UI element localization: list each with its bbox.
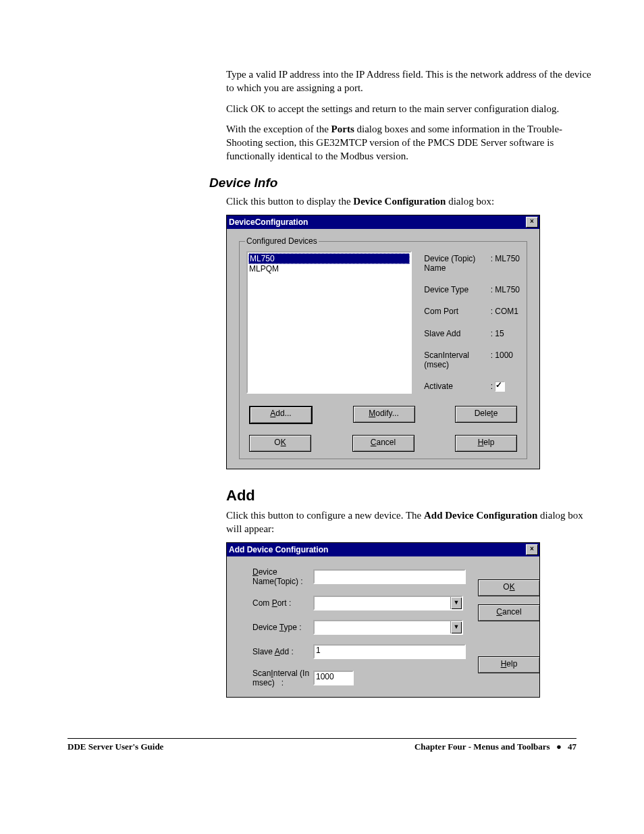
field-value: ML750 <box>495 285 520 296</box>
delete-button[interactable]: Delete <box>455 406 517 423</box>
paragraph: Click OK to accept the settings and retu… <box>68 102 595 115</box>
text: dialog box: <box>446 196 494 207</box>
cancel-button[interactable]: Cancel <box>478 604 540 621</box>
add-device-configuration-dialog: Add Device Configuration × DeviceName(To… <box>226 542 540 698</box>
activate-checkbox[interactable] <box>495 382 505 392</box>
close-icon[interactable]: × <box>526 544 538 555</box>
list-item[interactable]: MLPQM <box>248 264 410 273</box>
dialog-titlebar: DeviceConfiguration × <box>227 215 539 229</box>
separator: : <box>488 329 495 340</box>
ok-button[interactable]: OK <box>478 579 540 596</box>
field-label: Com Port <box>424 307 488 317</box>
text-bold: Add Device Configuration <box>424 510 537 521</box>
scan-interval-label: ScanInterval (Inmsec) : <box>252 669 313 687</box>
footer-chapter: Chapter Four - Menus and Toolbars <box>414 741 550 752</box>
modify-button[interactable]: Modify... <box>353 406 415 423</box>
text-bold: Ports <box>331 124 354 134</box>
text: With the exception of the <box>226 124 331 134</box>
field-value: 15 <box>495 329 520 340</box>
footer-left: DDE Server User's Guide <box>68 741 163 752</box>
paragraph: With the exception of the Ports dialog b… <box>68 122 595 163</box>
device-name-label: DeviceName(Topic) : <box>252 567 313 586</box>
dialog-titlebar: Add Device Configuration × <box>227 543 539 556</box>
field-value: ML750 <box>495 254 520 274</box>
section-heading-add: Add <box>226 487 595 504</box>
field-value: COM1 <box>495 307 520 317</box>
combo-value <box>315 621 450 633</box>
footer-right: Chapter Four - Menus and Toolbars ● 47 <box>414 741 576 752</box>
field-label: ScanInterval (msec) <box>424 350 488 371</box>
text: Click this button to configure a new dev… <box>226 510 424 521</box>
footer-dot: ● <box>552 741 566 752</box>
groupbox-label: Configured Devices <box>245 236 319 246</box>
separator: : <box>488 307 495 317</box>
device-listbox[interactable]: ML750 MLPQM <box>246 251 412 394</box>
separator: : <box>488 382 495 394</box>
text: Click this button to display the <box>226 196 353 207</box>
separator: : <box>488 350 495 371</box>
separator: : <box>488 254 495 274</box>
cancel-button[interactable]: Cancel <box>352 435 414 452</box>
device-type-select[interactable]: ▼ <box>313 620 463 635</box>
separator: : <box>488 285 495 296</box>
field-value: 1000 <box>495 350 520 371</box>
combo-value <box>315 597 450 609</box>
slave-add-label: Slave Add : <box>252 647 313 656</box>
paragraph: Click this button to display the Device … <box>68 194 595 208</box>
device-name-input[interactable] <box>313 569 466 584</box>
dialog-title: Add Device Configuration <box>229 545 328 554</box>
dialog-title: DeviceConfiguration <box>229 217 308 227</box>
help-button[interactable]: Help <box>455 435 517 452</box>
footer-page-number: 47 <box>568 741 576 752</box>
field-label: Slave Add <box>424 329 488 340</box>
field-label: Device Type <box>424 285 488 296</box>
section-heading-device-info: Device Info <box>209 176 595 190</box>
paragraph: Click this button to configure a new dev… <box>68 509 595 536</box>
field-label: Device (Topic) Name <box>424 254 488 274</box>
scan-interval-input[interactable]: 1000 <box>313 671 354 685</box>
device-configuration-dialog: DeviceConfiguration × Configured Devices… <box>226 215 540 469</box>
text-bold: Device Configuration <box>353 196 446 207</box>
add-button[interactable]: Add... <box>249 406 313 424</box>
slave-add-input[interactable]: 1 <box>313 644 466 659</box>
chevron-down-icon[interactable]: ▼ <box>450 597 462 609</box>
close-icon[interactable]: × <box>526 217 538 228</box>
ok-button[interactable]: OK <box>249 435 311 452</box>
help-button[interactable]: Help <box>478 656 540 673</box>
device-type-label: Device Type : <box>252 623 313 632</box>
list-item[interactable]: ML750 <box>248 253 410 264</box>
field-label: Activate <box>424 382 488 394</box>
configured-devices-group: Configured Devices ML750 MLPQM Device (T… <box>239 241 527 459</box>
chevron-down-icon[interactable]: ▼ <box>450 621 462 633</box>
device-details: Device (Topic) Name : ML750 Device Type … <box>424 254 520 394</box>
paragraph: Type a valid IP address into the IP Addr… <box>68 68 595 95</box>
field-value <box>495 382 520 394</box>
com-port-label: Com Port : <box>252 598 313 608</box>
page-footer: DDE Server User's Guide Chapter Four - M… <box>0 739 644 752</box>
com-port-select[interactable]: ▼ <box>313 596 463 610</box>
